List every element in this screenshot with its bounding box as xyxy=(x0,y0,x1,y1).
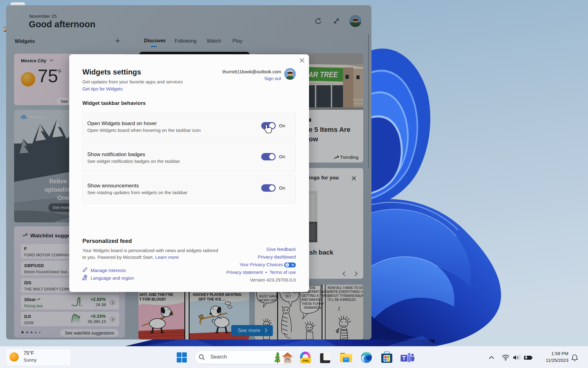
svg-text:A: A xyxy=(82,277,85,281)
